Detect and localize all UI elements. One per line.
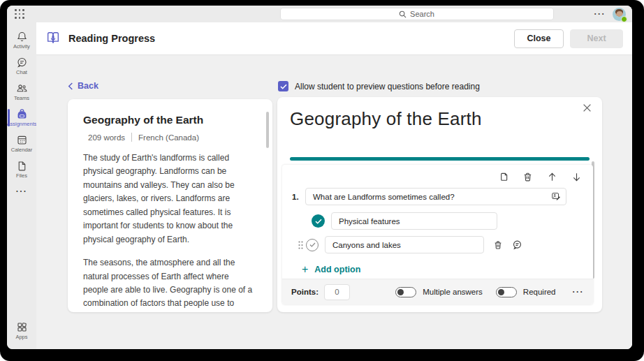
points-label: Points: — [291, 288, 319, 296]
page-title: Reading Progress — [68, 33, 155, 44]
copy-question-icon[interactable] — [498, 172, 508, 182]
required-toggle[interactable] — [496, 287, 517, 297]
search-icon — [399, 10, 407, 18]
chevron-left-icon — [68, 82, 73, 90]
sidebar-item-apps[interactable]: Apps — [7, 318, 36, 344]
correct-answer-icon[interactable] — [312, 214, 325, 228]
question-toolbar — [292, 172, 586, 182]
passage-scrollbar[interactable] — [266, 112, 269, 148]
passage-card: Geography of the Earth 209 words French … — [68, 99, 272, 312]
back-link[interactable]: Back — [68, 81, 98, 91]
file-icon — [16, 160, 28, 172]
sidebar-item-chat[interactable]: Chat — [7, 53, 36, 79]
add-option-button[interactable]: + Add option — [302, 265, 586, 274]
question-number: 1. — [292, 193, 305, 201]
passage-language: French (Canada) — [138, 133, 199, 142]
accent-divider — [290, 157, 590, 161]
option-comment-icon[interactable] — [512, 240, 522, 250]
passage-meta: 209 words French (Canada) — [88, 133, 256, 142]
teams-app: Search ··· Activity Chat Team — [7, 6, 632, 349]
delete-option-icon[interactable] — [493, 240, 503, 250]
waffle-menu-icon[interactable] — [15, 9, 24, 19]
drag-handle-icon[interactable] — [298, 240, 304, 250]
delete-question-icon[interactable] — [522, 172, 533, 182]
window-frame: Search ··· Activity Chat Team — [0, 0, 644, 361]
search-placeholder: Search — [410, 10, 434, 18]
word-count: 209 words — [88, 133, 125, 142]
status-available-badge — [621, 16, 627, 22]
move-down-icon[interactable] — [571, 172, 582, 182]
question-text-input[interactable] — [305, 188, 566, 205]
preview-questions-checkbox[interactable]: Allow student to preview questions befor… — [278, 81, 480, 91]
sidebar-item-files[interactable]: Files — [7, 156, 36, 182]
points-input[interactable] — [324, 284, 350, 300]
sidebar-item-calendar[interactable]: Calendar — [7, 131, 36, 156]
close-icon[interactable] — [583, 103, 594, 114]
required-label: Required — [523, 288, 556, 296]
answer-option-row — [312, 212, 586, 230]
passage-paragraph: The seasons, the atmosphere and all the … — [83, 256, 256, 312]
question-panel: 1. — [282, 165, 593, 304]
sidebar-item-activity[interactable]: Activity — [7, 27, 36, 53]
next-button[interactable]: Next — [570, 29, 623, 48]
search-input[interactable]: Search — [280, 8, 554, 20]
editor-title: Geography of the Earth — [290, 108, 482, 130]
passage-paragraph: The study of Earth's landforms is called… — [83, 152, 256, 246]
avatar[interactable] — [613, 8, 626, 21]
sidebar-item-teams[interactable]: Teams — [7, 79, 36, 105]
preview-checkbox-label: Allow student to preview questions befor… — [295, 82, 480, 91]
apps-icon — [16, 321, 28, 333]
meta-divider — [131, 133, 132, 142]
calendar-icon — [16, 134, 28, 146]
plus-icon: + — [302, 265, 308, 274]
chat-icon — [16, 57, 28, 68]
answer-option-input[interactable] — [331, 212, 497, 230]
passage-title: Geography of the Earth — [83, 114, 256, 126]
topbar-more-button[interactable]: ··· — [594, 10, 606, 17]
close-button[interactable]: Close — [514, 29, 564, 48]
active-indicator — [8, 109, 10, 126]
sidebar: Activity Chat Teams Assignments C — [7, 22, 36, 349]
sidebar-more-button[interactable]: ··· — [7, 182, 36, 200]
question-more-button[interactable]: ··· — [573, 289, 585, 295]
question-footer: Points: Multiple answers Required ··· — [282, 279, 593, 304]
mark-correct-icon[interactable] — [306, 239, 319, 251]
insert-media-icon[interactable] — [551, 191, 561, 201]
top-bar: Search ··· — [7, 6, 632, 22]
app-header: Reading Progress Close Next — [36, 22, 632, 55]
sidebar-item-assignments[interactable]: Assignments — [7, 105, 36, 131]
answer-option-row — [298, 236, 586, 253]
multiple-answers-label: Multiple answers — [423, 288, 483, 296]
reading-progress-icon — [45, 31, 61, 46]
move-up-icon[interactable] — [547, 172, 557, 182]
content-area: Back Allow student to preview questions … — [36, 55, 632, 349]
multiple-answers-toggle[interactable] — [395, 287, 416, 297]
backpack-icon — [16, 108, 28, 120]
answer-option-input-focused[interactable] — [325, 236, 484, 253]
teams-people-icon — [16, 82, 28, 94]
question-editor-card: Geography of the Earth — [277, 97, 602, 312]
checkbox-checked-icon — [278, 81, 288, 91]
bell-icon — [16, 31, 28, 43]
